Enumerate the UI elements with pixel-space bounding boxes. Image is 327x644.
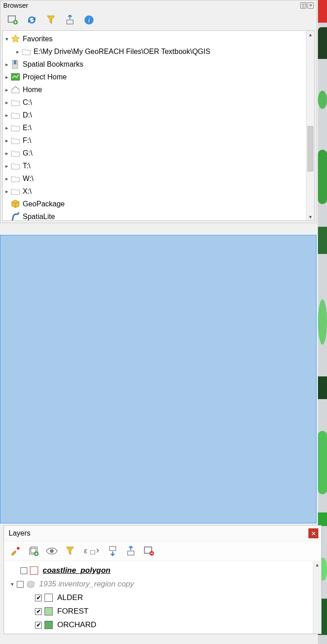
- expand-toggle[interactable]: ▸: [15, 49, 21, 55]
- tree-item-drive-f[interactable]: ▸ F:\: [4, 134, 305, 147]
- tree-item-label: Home: [23, 86, 42, 94]
- expand-toggle[interactable]: ▸: [4, 188, 10, 195]
- expand-all-icon[interactable]: [107, 545, 119, 557]
- svg-rect-15: [128, 551, 134, 555]
- layer-cat-alder[interactable]: ✔ ALDER: [8, 591, 311, 605]
- layers-scrollbar[interactable]: ▲: [313, 561, 321, 634]
- tree-item-drive-t[interactable]: ▸ T:\: [4, 160, 305, 172]
- tree-item-label: X:\: [23, 187, 32, 195]
- folder-icon: [10, 137, 21, 144]
- tree-item-label: SpatiaLite: [23, 213, 55, 220]
- project-icon: [10, 73, 21, 81]
- star-icon: [10, 34, 21, 44]
- tree-item-drive-c[interactable]: ▸ C:\: [4, 96, 305, 109]
- layer-checkbox[interactable]: [20, 567, 27, 574]
- layers-titlebar[interactable]: Layers ✕: [4, 526, 321, 542]
- browser-toolbar: i: [0, 10, 317, 30]
- expand-toggle[interactable]: ▾: [8, 581, 17, 587]
- refresh-icon[interactable]: [26, 14, 38, 26]
- expand-toggle[interactable]: ▸: [4, 150, 10, 156]
- expand-toggle[interactable]: ▾: [4, 36, 10, 42]
- info-icon[interactable]: i: [83, 14, 95, 26]
- tree-item-label: G:\: [23, 149, 32, 157]
- layer-cat-label: ALDER: [57, 593, 83, 602]
- svg-rect-14: [109, 546, 116, 551]
- layers-toolbar: ε: [4, 542, 321, 561]
- style-icon[interactable]: [10, 545, 21, 557]
- expand-toggle[interactable]: ▸: [4, 176, 10, 182]
- tree-item-label: F:\: [23, 137, 31, 145]
- folder-icon: [10, 124, 21, 132]
- tree-item-drive-x[interactable]: ▸ X:\: [4, 185, 305, 198]
- collapse-icon[interactable]: [64, 14, 76, 26]
- tree-item-label: Favorites: [23, 35, 53, 43]
- filter-icon[interactable]: [64, 545, 76, 557]
- layer-checkbox[interactable]: [17, 581, 24, 588]
- tree-item-label: E:\: [23, 124, 32, 132]
- layer-group-1935[interactable]: ▾ 1935 inventory_region copy: [8, 577, 311, 591]
- layer-checkbox[interactable]: ✔: [35, 608, 42, 615]
- tree-item-geopackage[interactable]: ▸ GeoPackage: [4, 198, 305, 210]
- tree-item-project-home[interactable]: ▸ Project Home: [4, 71, 305, 83]
- expand-toggle[interactable]: ▸: [4, 137, 10, 144]
- layers-tree[interactable]: coastline_polygon ▾ 1935 inventory_regio…: [4, 561, 313, 634]
- add-group-icon[interactable]: [28, 545, 40, 557]
- close-panel-button[interactable]: ✕: [307, 2, 314, 9]
- expand-toggle[interactable]: ▸: [4, 125, 10, 131]
- expand-toggle[interactable]: ▸: [4, 99, 10, 106]
- tree-item-label: GeoPackage: [23, 200, 65, 208]
- svg-point-11: [50, 549, 54, 553]
- browser-scrollbar[interactable]: ▲ ▼: [306, 31, 314, 220]
- expand-toggle[interactable]: ▸: [4, 112, 10, 118]
- tree-item-label: W:\: [23, 175, 34, 183]
- tree-item-label: D:\: [23, 111, 32, 119]
- expand-toggle[interactable]: ▸: [4, 87, 10, 93]
- collapse-all-icon[interactable]: [125, 545, 137, 557]
- filter-icon[interactable]: [45, 14, 57, 26]
- visibility-icon[interactable]: [46, 545, 58, 557]
- remove-icon[interactable]: [143, 545, 155, 557]
- layer-coastline[interactable]: coastline_polygon: [8, 564, 311, 577]
- tree-item-drive-d[interactable]: ▸ D:\: [4, 109, 305, 122]
- tree-item-drive-e[interactable]: ▸ E:\: [4, 122, 305, 134]
- browser-panel: Browser ◫ ✕ i ▾ Favori: [0, 0, 317, 223]
- expand-toggle[interactable]: ▸: [4, 163, 10, 169]
- tree-item-bookmarks[interactable]: ▸ Spatial Bookmarks: [4, 58, 305, 71]
- tree-item-drive-g[interactable]: ▸ G:\: [4, 147, 305, 160]
- layer-cat-orchard[interactable]: ✔ ORCHARD: [8, 618, 311, 632]
- layers-title: Layers: [9, 529, 30, 537]
- tree-item-label: C:\: [23, 98, 32, 107]
- tree-item-home[interactable]: ▸ Home: [4, 83, 305, 96]
- folder-icon: [10, 99, 21, 106]
- layer-checkbox[interactable]: ✔: [35, 622, 42, 629]
- svg-text:ε: ε: [84, 547, 87, 555]
- layer-checkbox[interactable]: ✔: [35, 595, 42, 601]
- folder-icon: [10, 150, 21, 157]
- expression-icon[interactable]: ε: [82, 545, 100, 557]
- browser-titlebar[interactable]: Browser ◫ ✕: [0, 0, 317, 10]
- tree-item-drive-w[interactable]: ▸ W:\: [4, 172, 305, 185]
- tree-item-favorites[interactable]: ▾ Favorites: [4, 33, 305, 45]
- layer-group-label: 1935 inventory_region copy: [39, 580, 134, 589]
- add-layer-icon[interactable]: [7, 14, 19, 26]
- polygon-layer-icon: [26, 580, 36, 588]
- scroll-down-icon[interactable]: ▼: [307, 213, 314, 220]
- svg-rect-2: [67, 20, 73, 24]
- scroll-up-icon[interactable]: ▲: [313, 561, 321, 568]
- selected-canvas-region[interactable]: [0, 235, 317, 523]
- layer-cat-forest[interactable]: ✔ FOREST: [8, 605, 311, 618]
- browser-tree[interactable]: ▾ Favorites ▸ E:\My Drive\My GeoREACH Fi…: [3, 31, 306, 220]
- expand-toggle[interactable]: ▸: [4, 61, 10, 68]
- dock-button[interactable]: ◫: [300, 2, 307, 9]
- folder-icon: [10, 112, 21, 119]
- home-icon: [10, 86, 21, 94]
- close-button[interactable]: ✕: [308, 528, 318, 538]
- folder-icon: [21, 48, 32, 55]
- browser-title: Browser: [3, 1, 28, 9]
- scroll-thumb[interactable]: [307, 126, 313, 171]
- svg-point-7: [17, 547, 20, 550]
- scroll-up-icon[interactable]: ▲: [307, 31, 314, 38]
- expand-toggle[interactable]: ▸: [4, 74, 10, 80]
- tree-item-spatialite[interactable]: ▸ SpatiaLite: [4, 210, 305, 220]
- tree-item-favorite-path[interactable]: ▸ E:\My Drive\My GeoREACH Files\OER Text…: [15, 45, 305, 58]
